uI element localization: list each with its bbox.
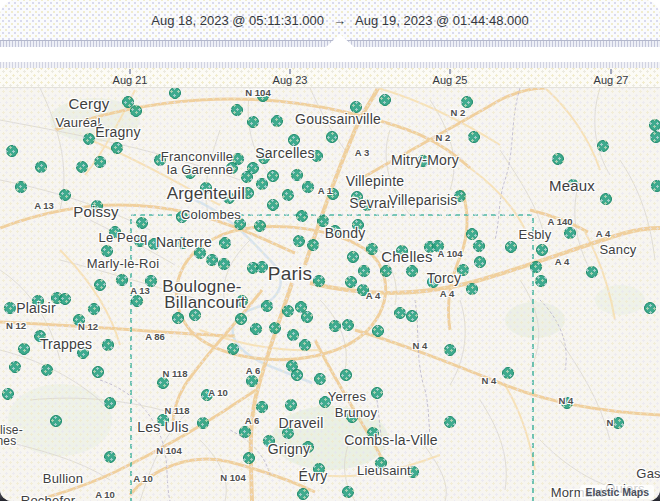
city-label: Brunoy — [335, 405, 377, 420]
city-label: Grigny — [268, 441, 310, 457]
road-label: A 4 — [596, 228, 610, 239]
road-label: A 140 — [548, 216, 573, 227]
road-label: N — [607, 417, 614, 428]
city-label: Combs-la-Ville — [344, 432, 438, 448]
road-label: N 118 — [165, 405, 190, 416]
city-label: la Garenne — [167, 162, 233, 177]
city-label: Nanterre — [156, 234, 212, 250]
city-label: Bullion — [43, 471, 83, 486]
timeline-axis[interactable]: Aug 21Aug 23Aug 25Aug 27 — [0, 68, 660, 88]
city-label: Gasti — [636, 466, 660, 481]
map-labels-layer: CergyVauréalÉragnyGoussainvilleFranconvi… — [0, 88, 660, 501]
road-label: N 2 — [436, 132, 451, 143]
axis-tick-label: Aug 23 — [273, 74, 308, 86]
city-label: Évry — [299, 468, 328, 484]
map-canvas[interactable]: CergyVauréalÉragnyGoussainvilleFranconvi… — [0, 88, 660, 501]
city-label: Mitry-Mory — [391, 152, 459, 168]
road-label: A 13 — [130, 285, 150, 296]
road-label: N 104 — [220, 472, 245, 483]
axis-tick-label: Aug 27 — [594, 74, 629, 86]
city-label: Sarcelles — [255, 145, 314, 161]
city-label: Paris — [268, 263, 312, 285]
city-label: Les Ulis — [137, 419, 188, 435]
road-label: A 4 — [555, 256, 569, 267]
city-label: Chelles — [381, 248, 432, 265]
road-label: A 3 — [355, 147, 369, 158]
axis-tick-label: Aug 21 — [113, 74, 148, 86]
road-label: N 2 — [451, 107, 466, 118]
city-label: Meaux — [549, 177, 595, 194]
city-label: Torcy — [427, 270, 461, 286]
map-attribution[interactable]: Elastic Maps — [580, 485, 654, 499]
road-label: A 10 — [208, 387, 228, 398]
road-label: A 10 — [95, 489, 115, 500]
road-label: N 104 — [156, 445, 181, 456]
city-label: Plaisir — [16, 300, 56, 316]
city-label: Argenteuil — [167, 184, 246, 204]
time-range-readout: Aug 18, 2023 @ 05:11:31.000 → Aug 19, 20… — [151, 13, 528, 28]
city-label: Billancourt — [164, 293, 246, 313]
city-label: Villeparisis — [388, 192, 457, 208]
city-label: Yerres — [328, 389, 366, 404]
city-label: Bondy — [325, 225, 366, 241]
city-label: Marly-le-Roi — [87, 256, 159, 271]
road-label: A 13 — [34, 200, 54, 211]
tooltip-caret-icon — [326, 34, 354, 47]
city-label: Villepinte — [346, 173, 405, 189]
road-label: A 86 — [145, 331, 165, 342]
road-label: N 12 — [6, 320, 26, 331]
road-label: N 4 — [559, 395, 574, 406]
arrow-right-icon: → — [333, 13, 346, 28]
timeslider-window[interactable] — [0, 47, 660, 62]
maps-timeslider-view: Aug 18, 2023 @ 05:11:31.000 → Aug 19, 20… — [0, 0, 660, 501]
road-label: A 6 — [245, 415, 259, 426]
road-label: N 4 — [482, 375, 497, 386]
city-label: Draveil — [279, 415, 324, 431]
road-label: A 104 — [438, 248, 463, 259]
axis-tick-label: Aug 25 — [433, 74, 468, 86]
road-label: N 4 — [413, 340, 428, 351]
city-label: Goussainville — [295, 111, 381, 127]
road-label: A 4 — [440, 288, 454, 299]
city-label: Colombes — [181, 207, 241, 222]
road-label: N 104 — [245, 88, 270, 98]
city-label: ines — [0, 434, 16, 448]
city-label: Esbly — [519, 227, 552, 242]
time-range-start: Aug 18, 2023 @ 05:11:31.000 — [151, 13, 324, 28]
time-range-end: Aug 19, 2023 @ 01:44:48.000 — [355, 13, 529, 28]
city-label: Le Pecq — [98, 230, 147, 245]
city-label: Rochefor — [21, 493, 75, 501]
road-label: N 12 — [78, 321, 98, 332]
road-label: A 1 — [318, 185, 332, 196]
city-label: Lieusaint — [357, 463, 411, 478]
road-label: A 4 — [366, 290, 380, 301]
city-label: Vauréal — [55, 115, 100, 130]
city-label: Poissy — [73, 203, 118, 220]
city-label: Sancy — [599, 242, 636, 257]
city-label: Éragny — [95, 124, 141, 140]
city-label: Cergy — [68, 95, 109, 112]
road-label: A 6 — [246, 365, 260, 376]
city-label: Trappes — [40, 336, 92, 352]
road-label: A 10 — [133, 473, 153, 484]
road-label: N 118 — [163, 368, 188, 379]
